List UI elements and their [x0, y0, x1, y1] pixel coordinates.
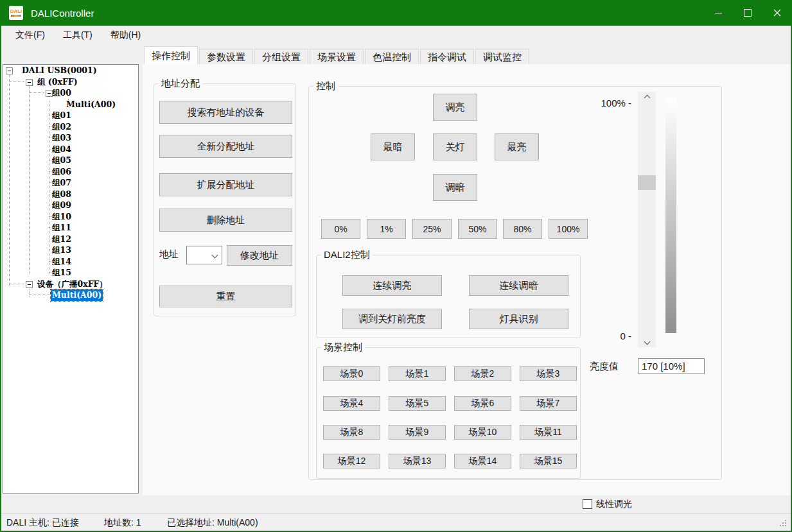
tab-color-temp-control[interactable]: 色温控制 — [365, 49, 419, 65]
scene-6-button[interactable]: 场景6 — [454, 396, 511, 411]
scene-2-button[interactable]: 场景2 — [454, 366, 511, 381]
control-group: 控制 调亮 最暗 关灯 最亮 调暗 0% 1% 25% 50% 80% 100%… — [308, 86, 722, 480]
tree-item-dali-usb[interactable]: DALI USB(0001) — [3, 65, 138, 76]
scroll-down-button[interactable] — [638, 336, 656, 347]
tree-item-group11[interactable]: 组11 — [3, 222, 138, 234]
min-brightness-button[interactable]: 最暗 — [371, 133, 415, 160]
brightness-gradient-bar — [665, 98, 676, 333]
tree-item-device-broadcast[interactable]: 设备（广播0xFF） — [3, 279, 138, 290]
percent-1-button[interactable]: 1% — [367, 219, 406, 239]
chevron-down-icon — [644, 338, 650, 345]
modify-address-button[interactable]: 修改地址 — [227, 245, 292, 266]
status-bar: DALI 主机: 已连接 地址数: 1 已选择地址: Multi(A00) — [1, 513, 791, 531]
luminaire-identify-button[interactable]: 灯具识别 — [469, 309, 568, 329]
tree-item-group12[interactable]: 组12 — [3, 234, 138, 245]
tree-item-group06[interactable]: 组06 — [3, 166, 138, 178]
scene-7-button[interactable]: 场景7 — [520, 396, 577, 411]
percent-0-button[interactable]: 0% — [321, 219, 360, 239]
tree-item-multi-a00[interactable]: Multi(A00) — [3, 99, 138, 110]
tree-collapse-icon[interactable] — [26, 281, 33, 288]
brighten-button[interactable]: 调亮 — [433, 94, 477, 121]
tab-parameter-settings[interactable]: 参数设置 — [199, 49, 253, 65]
brightness-value-input[interactable]: 170 [10%] — [638, 358, 705, 374]
scene-control-group: 场景控制 场景0 场景1 场景2 场景3 场景4 场景5 场景6 场景7 场景8… — [316, 347, 581, 479]
tree-collapse-icon[interactable] — [26, 79, 33, 86]
scene-control-group-label: 场景控制 — [321, 341, 365, 354]
tab-operation-control[interactable]: 操作控制 — [144, 46, 198, 65]
scene-0-button[interactable]: 场景0 — [323, 366, 380, 381]
tree-item-group07[interactable]: 组07 — [3, 177, 138, 189]
linear-dimming-label: 线性调光 — [596, 499, 632, 510]
tree-item-group00[interactable]: 组00 — [3, 87, 138, 99]
search-addressed-devices-button[interactable]: 搜索有地址的设备 — [159, 101, 292, 124]
tree-item-multi-a00-selected[interactable]: Multi(A00) — [3, 289, 138, 301]
device-tree: DALI USB(0001) 组 (0xFF) 组00 Multi(A00) 组… — [3, 64, 139, 493]
extend-assign-addresses-button[interactable]: 扩展分配地址 — [159, 173, 292, 196]
tab-scene-settings[interactable]: 场景设置 — [310, 49, 364, 65]
delete-address-button[interactable]: 删除地址 — [159, 209, 292, 232]
percent-25-button[interactable]: 25% — [412, 219, 452, 239]
scene-15-button[interactable]: 场景15 — [520, 454, 577, 468]
address-combobox[interactable] — [186, 246, 222, 264]
scene-8-button[interactable]: 场景8 — [323, 425, 380, 440]
tree-collapse-icon[interactable] — [46, 90, 53, 97]
tab-command-debug[interactable]: 指令调试 — [420, 49, 474, 65]
minimize-button[interactable] — [703, 0, 733, 26]
close-button[interactable] — [762, 0, 792, 26]
tree-item-group09[interactable]: 组09 — [3, 200, 138, 211]
scene-9-button[interactable]: 场景9 — [389, 425, 446, 440]
scene-4-button[interactable]: 场景4 — [323, 396, 380, 411]
menu-help[interactable]: 帮助(H) — [104, 27, 147, 44]
recall-last-level-button[interactable]: 调到关灯前亮度 — [342, 309, 442, 329]
brightness-scrollbar[interactable] — [638, 92, 656, 347]
scene-13-button[interactable]: 场景13 — [389, 454, 446, 468]
continuous-dim-button[interactable]: 连续调暗 — [469, 275, 568, 296]
tree-item-group05[interactable]: 组05 — [3, 155, 138, 166]
status-host: DALI 主机: 已连接 — [6, 517, 79, 529]
tree-collapse-icon[interactable] — [6, 67, 13, 74]
dali2-control-group: DALI2控制 连续调亮 连续调暗 调到关灯前亮度 灯具识别 — [316, 255, 581, 338]
app-logo-text: DALI — [10, 9, 22, 14]
percent-100-button[interactable]: 100% — [549, 219, 588, 239]
scene-11-button[interactable]: 场景11 — [520, 425, 577, 440]
resize-grip[interactable] — [780, 520, 788, 528]
scene-10-button[interactable]: 场景10 — [454, 425, 511, 440]
scrollbar-thumb[interactable] — [638, 175, 656, 190]
address-allocation-group: 地址分配 搜索有地址的设备 全新分配地址 扩展分配地址 删除地址 地址 修改地址… — [154, 83, 296, 316]
tree-item-group13[interactable]: 组13 — [3, 245, 138, 256]
scroll-up-button[interactable] — [638, 92, 656, 103]
brightness-value-label: 亮度值 — [590, 361, 619, 373]
tree-item-group15[interactable]: 组15 — [3, 267, 138, 279]
maximize-button[interactable] — [733, 0, 762, 26]
scene-12-button[interactable]: 场景12 — [323, 454, 380, 468]
tree-item-group01[interactable]: 组01 — [3, 110, 138, 121]
menu-tools[interactable]: 工具(T) — [57, 27, 99, 44]
scene-5-button[interactable]: 场景5 — [389, 396, 446, 411]
tree-item-group08[interactable]: 组08 — [3, 189, 138, 200]
percent-80-button[interactable]: 80% — [503, 219, 542, 239]
tree-item-group-root[interactable]: 组 (0xFF) — [3, 76, 138, 88]
menu-bar: 文件(F) 工具(T) 帮助(H) — [1, 26, 791, 46]
lights-off-button[interactable]: 关灯 — [433, 133, 477, 160]
scene-14-button[interactable]: 场景14 — [454, 454, 511, 468]
tab-debug-monitor[interactable]: 调试监控 — [475, 49, 529, 65]
scene-1-button[interactable]: 场景1 — [389, 366, 446, 381]
tree-item-group04[interactable]: 组04 — [3, 144, 138, 155]
scene-3-button[interactable]: 场景3 — [520, 366, 577, 381]
assign-new-addresses-button[interactable]: 全新分配地址 — [159, 135, 292, 158]
linear-dimming-checkbox[interactable] — [583, 499, 592, 509]
tab-grouping-settings[interactable]: 分组设置 — [254, 49, 308, 65]
continuous-brighten-button[interactable]: 连续调亮 — [342, 275, 442, 296]
tree-item-group10[interactable]: 组10 — [3, 211, 138, 223]
menu-file[interactable]: 文件(F) — [9, 27, 51, 44]
dim-button[interactable]: 调暗 — [433, 174, 477, 201]
status-selected-address: 已选择地址: Multi(A00) — [167, 517, 258, 529]
tree-item-group03[interactable]: 组03 — [3, 132, 138, 144]
tab-strip: 操作控制 参数设置 分组设置 场景设置 色温控制 指令调试 调试监控 — [144, 46, 529, 65]
tree-item-group14[interactable]: 组14 — [3, 256, 138, 268]
chevron-up-icon — [644, 94, 650, 101]
reset-button[interactable]: 重置 — [159, 286, 292, 307]
tree-item-group02[interactable]: 组02 — [3, 121, 138, 133]
percent-50-button[interactable]: 50% — [458, 219, 497, 239]
max-brightness-button[interactable]: 最亮 — [495, 133, 539, 160]
